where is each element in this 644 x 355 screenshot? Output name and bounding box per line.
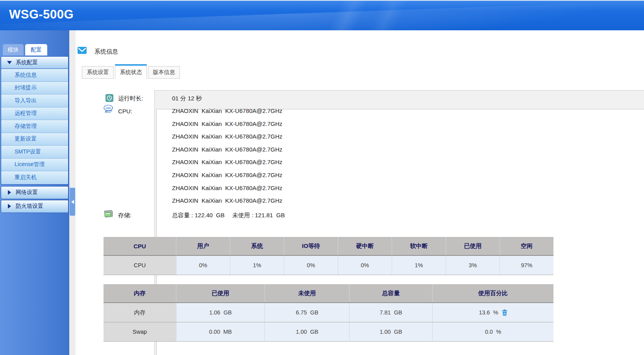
memory-usage-table: 内存 已使用 未使用 总容量 使用百分比 内存 1.06 GB 6.75 GB … (104, 284, 553, 342)
sidebar-tab-config[interactable]: 配置 (25, 44, 47, 55)
intel-atom-cpu-icon: intel Atom (104, 105, 113, 115)
sidebar-item-storage-mgmt[interactable]: 存储管理 (1, 120, 68, 133)
column-header: CPU (104, 237, 176, 255)
tab-system-settings[interactable]: 系统设置 (82, 66, 114, 79)
sidebar: 模块 配置 系统配置 系统信息 封堵提示 导入导出 远程管理 存储管理 更新设置… (0, 30, 69, 355)
sidebar-item-system-info[interactable]: 系统信息 (1, 69, 68, 82)
sidebar-group-system-config[interactable]: 系统配置 (1, 56, 68, 69)
column-header: 硬中断 (338, 237, 392, 255)
sidebar-item-license-mgmt[interactable]: License管理 (1, 159, 68, 172)
table-cell: 0% (176, 256, 230, 275)
sidebar-group-firewall[interactable]: 防火墙设置 (1, 200, 68, 213)
column-header: 用户 (176, 237, 230, 255)
cpu-model-line: ZHAOXIN KaiXian KX-U6780A@2.7GHz (172, 156, 282, 169)
uptime-label: 运行时长: (118, 95, 143, 102)
cpu-model-line: ZHAOXIN KaiXian KX-U6780A@2.7GHz (172, 118, 282, 131)
column-header: IO等待 (284, 237, 338, 255)
column-header: 总容量 (349, 284, 432, 302)
cpu-model-line: ZHAOXIN KaiXian KX-U6780A@2.7GHz (172, 194, 282, 207)
app-title: WSG-500G (9, 7, 74, 22)
memory-table-row-swap: Swap 0.00 MB 1.00 GB 1.00 GB 0.0 % (104, 322, 553, 342)
table-cell: 13.6 % (432, 303, 553, 322)
left-arrow-icon (71, 200, 74, 204)
cpu-usage-table: CPU 用户 系统 IO等待 硬中断 软中断 已使用 空闲 CPU 0% 1% … (104, 237, 553, 275)
svg-text:Atom: Atom (104, 111, 111, 113)
trash-icon[interactable] (502, 309, 507, 316)
storage-free-value: 未使用 : 121.81 GB (232, 212, 285, 219)
sidebar-group-label: 防火墙设置 (16, 203, 43, 210)
triangle-right-icon (8, 190, 11, 195)
triangle-right-icon (8, 204, 11, 209)
table-cell: 97% (500, 256, 553, 275)
sidebar-item-update-settings[interactable]: 更新设置 (1, 133, 68, 146)
cpu-table-header-row: CPU 用户 系统 IO等待 硬中断 软中断 已使用 空闲 (104, 237, 553, 256)
cpu-model-line: ZHAOXIN KaiXian KX-U6780A@2.7GHz (172, 182, 282, 195)
cpu-label: CPU: (118, 108, 132, 115)
column-header: 已使用 (176, 284, 265, 302)
table-cell: 1.00 GB (265, 322, 349, 341)
table-cell: 内存 (104, 303, 176, 322)
table-cell: 1% (392, 256, 446, 275)
top-banner: WSG-500G (0, 0, 644, 30)
memory-table-row-ram: 内存 1.06 GB 6.75 GB 7.81 GB 13.6 % (104, 303, 553, 322)
cpu-model-line: ZHAOXIN KaiXian KX-U6780A@2.7GHz (172, 130, 282, 143)
sidebar-group-label: 系统配置 (16, 59, 38, 66)
table-cell: CPU (104, 256, 176, 275)
disk-drive-icon (104, 210, 113, 220)
sidebar-item-smtp-settings[interactable]: SMTP设置 (1, 146, 68, 159)
memory-table-header-row: 内存 已使用 未使用 总容量 使用百分比 (104, 284, 553, 303)
sidebar-tab-module[interactable]: 模块 (3, 44, 24, 55)
column-header: 系统 (230, 237, 284, 255)
uptime-value: 01 分 12 秒 (172, 95, 202, 102)
table-cell: 1.00 GB (349, 322, 432, 341)
sidebar-menu: 系统配置 系统信息 封堵提示 导入导出 远程管理 存储管理 更新设置 SMTP设… (1, 56, 68, 213)
column-header: 使用百分比 (432, 284, 553, 302)
triangle-down-icon (7, 61, 12, 64)
cpu-model-line: ZHAOXIN KaiXian KX-U6780A@2.7GHz (172, 143, 282, 156)
storage-total-value: 总容量 : 122.40 GB (172, 212, 224, 219)
table-cell: 3% (446, 256, 500, 275)
table-cell: 1% (230, 256, 284, 275)
sidebar-sublist: 系统信息 封堵提示 导入导出 远程管理 存储管理 更新设置 SMTP设置 Lic… (1, 69, 68, 185)
sidebar-item-reboot-shutdown[interactable]: 重启关机 (1, 171, 68, 184)
column-header: 未使用 (265, 284, 349, 302)
page-title: 系统信息 (94, 48, 118, 55)
storage-label: 存储: (118, 212, 131, 219)
sidebar-collapse-handle[interactable] (70, 188, 75, 216)
table-cell: 0.00 MB (176, 322, 265, 341)
tab-system-status[interactable]: 系统状态 (115, 64, 147, 79)
cpu-model-lines: ZHAOXIN KaiXian KX-U6780A@2.7GHz ZHAOXIN… (172, 105, 282, 207)
sidebar-item-block-notice[interactable]: 封堵提示 (1, 82, 68, 95)
table-cell: 6.75 GB (265, 303, 349, 322)
cpu-table-row: CPU 0% 1% 0% 0% 1% 3% 97% (104, 256, 553, 275)
tab-version-info[interactable]: 版本信息 (148, 66, 180, 79)
sidebar-item-remote-mgmt[interactable]: 远程管理 (1, 107, 68, 120)
column-header: 已使用 (446, 237, 500, 255)
sidebar-group-network[interactable]: 网络设置 (1, 186, 68, 199)
table-cell: 1.06 GB (176, 303, 265, 322)
table-cell: 0% (338, 256, 392, 275)
history-clock-icon (105, 94, 113, 104)
cpu-model-line: ZHAOXIN KaiXian KX-U6780A@2.7GHz (172, 105, 282, 118)
sidebar-item-import-export[interactable]: 导入导出 (1, 94, 68, 107)
cpu-model-line: ZHAOXIN KaiXian KX-U6780A@2.7GHz (172, 169, 282, 182)
column-header: 空闲 (500, 237, 553, 255)
table-cell: Swap (104, 322, 176, 341)
svg-text:intel: intel (106, 107, 111, 109)
table-cell: 0.0 % (432, 322, 553, 341)
memory-usage-percent: 13.6 % (479, 309, 498, 316)
table-cell: 7.81 GB (349, 303, 432, 322)
column-header: 内存 (104, 284, 176, 302)
sidebar-group-label: 网络设置 (16, 189, 38, 196)
column-header: 软中断 (392, 237, 446, 255)
mail-icon (78, 47, 87, 55)
table-cell: 0% (284, 256, 338, 275)
